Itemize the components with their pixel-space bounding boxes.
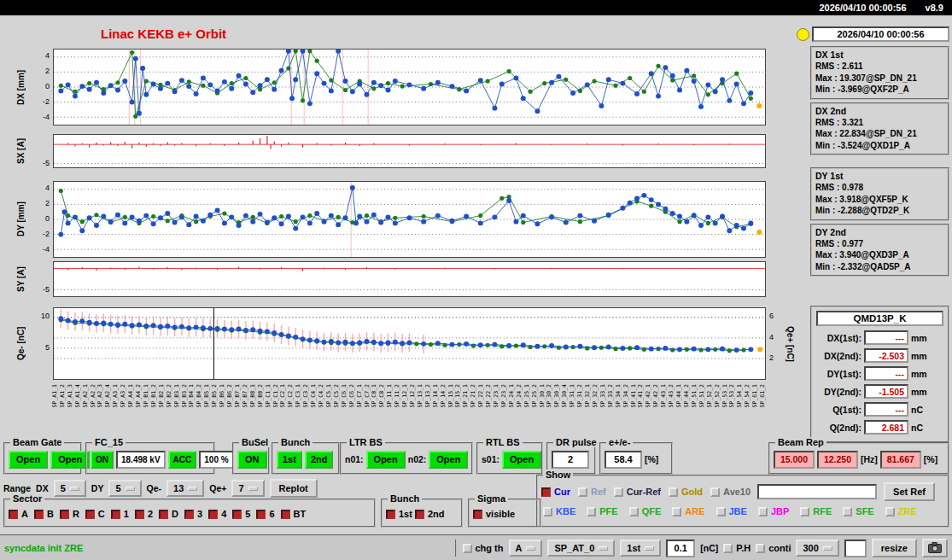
aux-input[interactable] (844, 540, 867, 557)
checkbox[interactable] (629, 507, 639, 516)
checkbox[interactable] (135, 510, 144, 519)
range-items: DX5DY5Qe-13Qe+7 (36, 480, 264, 497)
checkbox[interactable] (541, 487, 551, 497)
bpm-selector[interactable]: QMD13P_K (816, 311, 943, 326)
titlebar: 2026/04/10 00:00:56 v8.9 (0, 0, 952, 15)
checkbox[interactable] (184, 510, 194, 519)
checkbox-label: 3 (197, 509, 202, 519)
camera-button[interactable] (922, 539, 948, 557)
sector-select[interactable]: A (509, 540, 543, 557)
sector-toggle-1[interactable]: 1 (111, 509, 129, 519)
sector-toggle-3[interactable]: 3 (184, 509, 202, 519)
checkbox[interactable] (473, 510, 482, 519)
checkbox[interactable] (415, 510, 424, 519)
checkbox[interactable] (587, 507, 596, 516)
sector-toggle-5[interactable]: 5 (232, 509, 250, 519)
resize-button[interactable]: resize (872, 539, 917, 557)
sigma-toggle-visible[interactable]: visible (473, 509, 515, 519)
checkbox[interactable] (885, 507, 895, 516)
beam-gate-open-right-button[interactable]: Open (50, 451, 90, 469)
ref-name-input[interactable] (757, 484, 877, 499)
sector-toggle-d[interactable]: D (159, 509, 178, 519)
show-toggle-zre[interactable]: ZRE (885, 506, 917, 516)
axis-label-sx: SX [A] (14, 134, 27, 168)
replot-button[interactable]: Replot (270, 479, 318, 498)
show-toggle-jbp[interactable]: JBP (758, 506, 789, 516)
checkbox[interactable] (756, 544, 765, 553)
bpm-label: SP_C4_2 (318, 384, 324, 407)
sector-toggle-b[interactable]: B (34, 509, 54, 519)
show-toggle-sfe[interactable]: SFE (843, 506, 873, 516)
bpm-label: SP_13_2 (424, 384, 431, 407)
ltr-n02-open-button[interactable]: Open (429, 451, 468, 469)
show-toggle-qfe[interactable]: QFE (629, 506, 662, 516)
checkbox[interactable] (463, 544, 472, 553)
busel-on-button[interactable]: ON (237, 451, 267, 469)
beam-gate-open-left-button[interactable]: Open (9, 451, 48, 469)
sector-toggle-c[interactable]: C (85, 509, 105, 519)
sector-toggle-2[interactable]: 2 (135, 509, 153, 519)
show-toggle-pfe[interactable]: PFE (587, 506, 617, 516)
show-toggle-ave10[interactable]: Ave10 (710, 487, 751, 497)
checkbox[interactable] (578, 487, 587, 497)
range-dy-select[interactable]: 5 (108, 480, 141, 497)
bunch-1st-button[interactable]: 1st (277, 451, 302, 469)
bunch-2nd-button[interactable]: 2nd (305, 451, 334, 469)
ltr-n01-open-button[interactable]: Open (366, 451, 406, 469)
checkbox[interactable] (232, 510, 242, 519)
ph-toggle[interactable]: P.H (723, 543, 751, 553)
checkbox[interactable] (281, 510, 290, 519)
checkbox[interactable] (543, 507, 552, 516)
show-toggle-kbe[interactable]: KBE (543, 506, 575, 516)
fc15-on-button[interactable]: ON (91, 451, 114, 469)
checkbox[interactable] (60, 510, 69, 519)
threshold-input[interactable]: 0.1 (666, 540, 695, 557)
checkbox[interactable] (34, 510, 44, 519)
bpm-label: SP_A1_1 (51, 384, 58, 407)
sector-toggle-6[interactable]: 6 (256, 509, 274, 519)
checkbox[interactable] (614, 487, 623, 497)
checkbox[interactable] (672, 507, 681, 516)
checkbox[interactable] (669, 487, 678, 497)
checkbox[interactable] (800, 507, 809, 516)
show-toggle-cur[interactable]: Cur (541, 487, 570, 497)
checkbox[interactable] (208, 510, 218, 519)
rtl-s01-open-button[interactable]: Open (502, 451, 541, 469)
fc15-acc-button[interactable]: ACC (168, 451, 197, 469)
bunch-toggle-1st[interactable]: 1st (386, 509, 412, 519)
range-qe-select[interactable]: 7 (231, 480, 264, 497)
checkbox[interactable] (85, 510, 95, 519)
checkbox[interactable] (716, 507, 726, 516)
bpm-name-select[interactable]: SP_AT_0 (547, 540, 615, 557)
show-toggle-cur-ref[interactable]: Cur-Ref (614, 487, 661, 497)
show-toggle-jbe[interactable]: JBE (716, 506, 747, 516)
show-toggle-rfe[interactable]: RFE (800, 506, 832, 516)
monitor-row-label: Q(1st): (815, 405, 861, 415)
checkbox[interactable] (758, 507, 768, 516)
range-dx-select[interactable]: 5 (54, 480, 86, 497)
bpm-label: SP_B1_1 (143, 384, 149, 407)
checkbox[interactable] (843, 507, 852, 516)
sector-toggle-4[interactable]: 4 (208, 509, 226, 519)
show-toggle-gold[interactable]: Gold (669, 487, 703, 497)
show-toggle-ref[interactable]: Ref (578, 487, 606, 497)
checkbox[interactable] (710, 487, 720, 497)
checkbox[interactable] (386, 510, 395, 519)
checkbox[interactable] (256, 510, 266, 519)
checkbox[interactable] (111, 510, 120, 519)
bunch-order-select[interactable]: 1st (620, 540, 661, 557)
sector-toggle-bt[interactable]: BT (281, 509, 307, 519)
bunch-toggle-2nd[interactable]: 2nd (415, 509, 445, 519)
conti-toggle[interactable]: conti (756, 543, 791, 553)
checkbox[interactable] (723, 544, 733, 553)
show-toggle-are[interactable]: ARE (672, 506, 704, 516)
range-qe-select[interactable]: 13 (166, 480, 204, 497)
checkbox[interactable] (9, 510, 18, 519)
interval-select[interactable]: 300 (796, 540, 838, 557)
chart-sy (53, 261, 766, 297)
chg-th-toggle[interactable]: chg th (463, 543, 504, 553)
set-ref-button[interactable]: Set Ref (884, 482, 935, 501)
checkbox[interactable] (159, 510, 168, 519)
sector-toggle-a[interactable]: A (9, 509, 28, 519)
sector-toggle-r[interactable]: R (60, 509, 79, 519)
